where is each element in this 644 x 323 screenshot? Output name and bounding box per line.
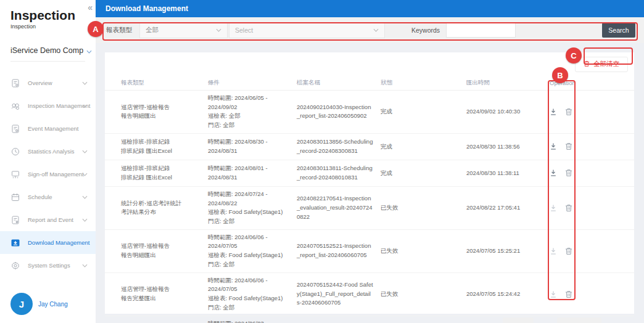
cell-status: 完成	[381, 104, 466, 120]
divider	[10, 61, 85, 62]
col-header-condition: 條件	[208, 79, 297, 87]
download-icon	[550, 290, 557, 298]
event-icon	[10, 124, 20, 134]
sidebar-item-label: System Settings	[28, 262, 70, 269]
top-bar: Download Management	[96, 0, 644, 17]
cell-export-time: 2024/08/22 17:05:41	[466, 200, 550, 216]
cell-status: 已失效	[381, 287, 466, 302]
cell-report-type: 巡店管理-巡檢報告報告完整匯出	[121, 282, 208, 306]
inspection-icon	[10, 101, 20, 111]
chevron-down-icon	[82, 150, 88, 153]
table-row: 巡檢排班-排班紀錄排班紀錄 匯出Excel 時間範圍: 2024/08/01 -…	[105, 160, 634, 187]
cell-file-name: 20240902104030-Inspection_report_list-20…	[297, 100, 381, 124]
cell-export-time: 2024/08/30 11:38:56	[466, 139, 550, 155]
user-profile[interactable]: J Jay Chang	[10, 293, 68, 315]
report-type-value: 全部	[146, 26, 159, 35]
trash-icon[interactable]	[565, 290, 572, 298]
cell-report-type: 巡店管理-巡檢報告報告明細匯出	[121, 239, 208, 263]
table-row: 巡檢排班-排班紀錄排班紀錄 匯出Excel 時間範圍: 2024/08/30 -…	[105, 134, 634, 160]
col-header-status: 狀態	[381, 79, 466, 87]
company-name: iService Demo Comp	[10, 46, 83, 55]
user-name: Jay Chang	[38, 301, 68, 308]
cell-report-type: 巡檢排班-排班紀錄排班紀錄 匯出Excel	[121, 161, 208, 185]
cell-operation	[550, 244, 634, 258]
cell-status: 完成	[381, 139, 466, 155]
col-header-file-name: 檔案名稱	[297, 79, 381, 87]
chevron-down-icon	[373, 28, 379, 32]
cell-condition: 時間範圍: 2024/06/06 - 2024/07/05巡檢表: Food S…	[208, 230, 297, 272]
app-root: Inspection Inspection « iService Demo Co…	[0, 0, 644, 323]
cell-file-name: 20240830113811-Scheduling_record-2024080…	[297, 161, 381, 185]
cell-condition: 時間範圍: 2024/08/01 - 2024/08/31	[208, 161, 297, 185]
sidebar-item-label: Event Management	[28, 125, 78, 132]
keywords-input[interactable]	[446, 23, 516, 38]
cell-status: 已失效	[381, 243, 466, 259]
sidebar-item-inspection-management[interactable]: Inspection Management	[0, 94, 96, 117]
sidebar-item-report-and-event[interactable]: Report and Event	[0, 208, 96, 231]
sidebar-nav: Overview Inspection Management Event Man…	[0, 72, 96, 277]
report-type-select[interactable]: 全部	[139, 22, 228, 38]
table-row: 巡店管理-巡檢報告報告明細匯出 時間範圍: 2024/06/06 - 2024/…	[105, 230, 634, 273]
col-header-type: 報表類型	[121, 79, 208, 87]
cell-export-time: 2024/08/30 11:38:11	[466, 166, 550, 181]
cell-report-type: 統計分析-巡店考評統計考評結果分布	[121, 196, 208, 220]
pagination-button[interactable]	[503, 317, 534, 323]
content-area: 全部清空 報表類型 條件 檔案名稱 狀態 匯出時間 Operation 巡店管理…	[96, 43, 644, 323]
download-icon[interactable]	[550, 108, 557, 116]
collapse-sidebar-icon[interactable]: «	[88, 2, 93, 12]
trash-icon	[584, 60, 590, 68]
download-icon[interactable]	[550, 169, 557, 177]
clear-all-label: 全部清空	[593, 60, 619, 68]
keywords-label: Keywords	[411, 27, 440, 34]
trash-icon[interactable]	[565, 108, 572, 116]
app-logo: Inspection	[0, 0, 96, 23]
sidebar-item-label: Report and Event	[28, 216, 73, 223]
template-select[interactable]: Select	[229, 22, 385, 38]
cell-export-time: 2024/07/05 15:25:21	[466, 243, 550, 259]
cell-file-name: 20240705152442-Food Safety(Stage1)_Full_…	[297, 277, 381, 311]
table-row: 巡店管理-巡檢報告報告明細匯出 時間範圍: 2024/06/05 - 2024/…	[105, 91, 634, 134]
main-area: Download Management 報表類型 全部 Select Keywo…	[96, 0, 644, 323]
sidebar-item-system-settings[interactable]: System Settings	[0, 254, 96, 277]
download-icon	[10, 238, 20, 248]
cell-report-type: 巡店管理-巡檢報告報告明細匯出	[121, 100, 208, 124]
sidebar-item-label: Statistics Analysis	[28, 148, 75, 155]
trash-icon[interactable]	[565, 169, 572, 177]
cell-condition: 時間範圍: 2024/06/05 - 2024/09/02巡檢表: 全部門店: …	[208, 91, 297, 133]
sidebar-item-schedule[interactable]: Schedule	[0, 186, 96, 208]
page-title: Download Management	[105, 4, 188, 13]
chevron-down-icon	[82, 81, 88, 85]
sidebar-item-label: Sign-off Management	[28, 171, 84, 178]
chevron-down-icon	[82, 173, 88, 176]
sidebar-item-label: Overview	[28, 80, 52, 86]
chevron-down-icon	[82, 218, 88, 222]
trash-icon[interactable]	[565, 142, 572, 150]
sidebar-item-sign-off-management[interactable]: Sign-off Management	[0, 163, 96, 186]
chevron-down-icon	[82, 195, 88, 199]
table-header-row: 報表類型 條件 檔案名稱 狀態 匯出時間 Operation	[105, 76, 634, 91]
sidebar-item-event-management[interactable]: Event Management	[0, 117, 96, 140]
cell-condition: 時間範圍: 2024/07/24 - 2024/08/22巡檢表: Food S…	[208, 187, 297, 229]
sidebar-item-overview[interactable]: Overview	[0, 72, 96, 94]
sidebar-item-statistics-analysis[interactable]: Statistics Analysis	[0, 140, 96, 163]
table-row: 巡店管理-巡檢報告報告完整匯出 時間範圍: 2024/06/06 - 2024/…	[105, 273, 634, 316]
sidebar-item-download-management[interactable]: Download Management	[0, 231, 96, 254]
download-icon	[550, 204, 557, 212]
report-type-label: 報表類型	[106, 26, 132, 35]
clear-all-button[interactable]: 全部清空	[575, 57, 628, 72]
trash-icon[interactable]	[565, 204, 572, 212]
avatar: J	[10, 293, 33, 315]
cell-operation	[550, 105, 634, 119]
trash-icon[interactable]	[565, 247, 572, 255]
schedule-icon	[10, 192, 20, 202]
cell-status: 已失效	[381, 200, 466, 216]
sidebar-item-label: Download Management	[28, 239, 89, 246]
cell-operation	[550, 201, 634, 215]
download-icon[interactable]	[550, 142, 557, 150]
pagination-button[interactable]	[557, 317, 601, 323]
cell-condition: 時間範圍: 2024/08/30 - 2024/08/31	[208, 134, 297, 158]
cell-file-name: 20240705152521-Inspection_report_list-20…	[297, 239, 381, 263]
search-button[interactable]: Search	[602, 23, 635, 38]
chevron-down-icon	[216, 28, 221, 32]
company-selector[interactable]: iService Demo Comp	[10, 46, 96, 55]
